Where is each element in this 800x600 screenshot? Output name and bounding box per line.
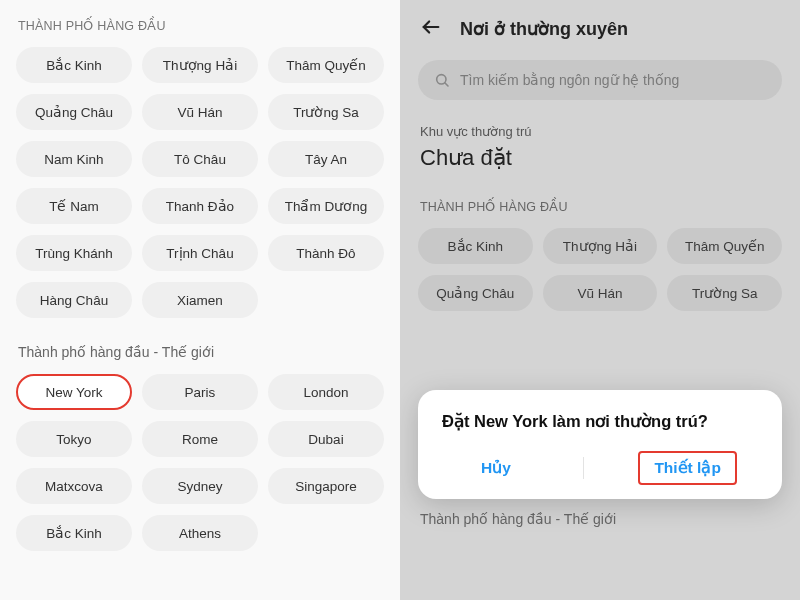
city-chip[interactable]: Tokyo bbox=[16, 421, 132, 457]
residence-label: Khu vực thường trú bbox=[400, 100, 800, 145]
world-cities-header: Thành phố hàng đầu - Thế giới bbox=[14, 318, 386, 374]
page-title: Nơi ở thường xuyên bbox=[460, 18, 628, 40]
city-chip[interactable]: Xiamen bbox=[142, 282, 258, 318]
city-chip[interactable]: Thẩm Dương bbox=[268, 188, 384, 224]
top-cities-grid: Bắc Kinh Thượng Hải Thâm Quyến Quảng Châ… bbox=[400, 228, 800, 311]
city-chip[interactable]: Vũ Hán bbox=[543, 275, 658, 311]
world-cities-grid: New York Paris London Tokyo Rome Dubai M… bbox=[14, 374, 386, 551]
city-chip[interactable]: Tô Châu bbox=[142, 141, 258, 177]
top-cities-grid: Bắc Kinh Thượng Hải Thâm Quyến Quảng Châ… bbox=[14, 47, 386, 318]
city-chip[interactable]: London bbox=[268, 374, 384, 410]
city-chip[interactable]: Hàng Châu bbox=[16, 282, 132, 318]
city-chip[interactable]: Bắc Kinh bbox=[16, 47, 132, 83]
search-input[interactable]: Tìm kiếm bằng ngôn ngữ hệ thống bbox=[418, 60, 782, 100]
city-chip[interactable]: Bắc Kinh bbox=[418, 228, 533, 264]
city-chip[interactable]: Hàng Châu bbox=[418, 447, 533, 483]
city-chip[interactable]: Nam Kinh bbox=[16, 141, 132, 177]
right-screen: Nơi ở thường xuyên Tìm kiếm bằng ngôn ng… bbox=[400, 0, 800, 600]
city-chip[interactable]: Matxcova bbox=[16, 468, 132, 504]
city-chip[interactable]: Quảng Châu bbox=[418, 275, 533, 311]
city-chip[interactable]: Tây An bbox=[268, 141, 384, 177]
search-icon bbox=[434, 72, 450, 88]
city-chip[interactable]: Trùng Khánh bbox=[16, 235, 132, 271]
city-chip[interactable]: Thanh Đảo bbox=[142, 188, 258, 224]
top-cities-header: THÀNH PHỐ HÀNG ĐẦU bbox=[400, 171, 800, 214]
city-chip[interactable]: Trịnh Châu bbox=[142, 235, 258, 271]
search-placeholder: Tìm kiếm bằng ngôn ngữ hệ thống bbox=[460, 72, 679, 88]
left-screen: THÀNH PHỐ HÀNG ĐẦU Bắc Kinh Thượng Hải T… bbox=[0, 0, 400, 600]
city-chip[interactable]: Trường Sa bbox=[667, 275, 782, 311]
top-cities-header: THÀNH PHỐ HÀNG ĐẦU bbox=[14, 18, 386, 33]
city-chip[interactable]: Thâm Quyến bbox=[667, 228, 782, 264]
city-chip[interactable]: Singapore bbox=[268, 468, 384, 504]
city-chip[interactable]: Thành Đô bbox=[268, 235, 384, 271]
city-chip[interactable]: Trùng Khánh bbox=[418, 400, 533, 436]
city-chip[interactable]: Trường Sa bbox=[268, 94, 384, 130]
city-chip[interactable]: Thâm Quyến bbox=[268, 47, 384, 83]
city-chip[interactable]: Rome bbox=[142, 421, 258, 457]
city-chip[interactable]: Sydney bbox=[142, 468, 258, 504]
city-chip[interactable]: Xiamen bbox=[543, 447, 658, 483]
residence-value: Chưa đặt bbox=[400, 145, 800, 171]
back-icon[interactable] bbox=[420, 16, 442, 42]
world-cities-header: Thành phố hàng đầu - Thế giới bbox=[400, 483, 800, 527]
city-chip[interactable]: Tế Nam bbox=[16, 188, 132, 224]
city-chip[interactable]: Trịnh Châu bbox=[543, 400, 658, 436]
row-after: Hàng Châu Xiamen bbox=[400, 447, 800, 483]
obscured-row: Trùng Khánh Trịnh Châu Thành Đô bbox=[400, 400, 800, 436]
city-chip[interactable]: Thượng Hải bbox=[543, 228, 658, 264]
topbar: Nơi ở thường xuyên bbox=[400, 0, 800, 52]
city-chip[interactable]: Paris bbox=[142, 374, 258, 410]
city-chip[interactable]: Dubai bbox=[268, 421, 384, 457]
svg-line-2 bbox=[445, 83, 448, 86]
city-chip[interactable]: Thành Đô bbox=[667, 400, 782, 436]
city-chip[interactable]: Bắc Kinh bbox=[16, 515, 132, 551]
city-chip[interactable]: Thượng Hải bbox=[142, 47, 258, 83]
city-chip[interactable]: Vũ Hán bbox=[142, 94, 258, 130]
city-chip[interactable]: Quảng Châu bbox=[16, 94, 132, 130]
city-chip[interactable]: Athens bbox=[142, 515, 258, 551]
city-chip-new-york[interactable]: New York bbox=[16, 374, 132, 410]
